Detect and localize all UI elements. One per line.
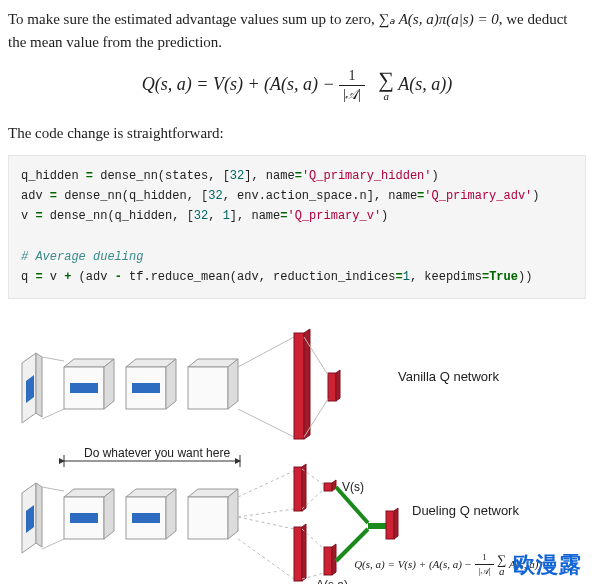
svg-rect-14 (188, 367, 228, 409)
svg-line-17 (238, 409, 294, 437)
middle-annotation: Do whatever you want here (64, 446, 240, 467)
main-equation: Q(s, a) = V(s) + (A(s, a) − 1 |𝒜| ∑ a A(… (8, 69, 586, 102)
intro-text-1: To make sure the estimated advantage val… (8, 11, 379, 27)
vanilla-label: Vanilla Q network (398, 369, 499, 384)
eq-sum: ∑ a (378, 69, 394, 102)
svg-line-45 (238, 517, 294, 529)
svg-line-44 (238, 509, 294, 517)
svg-rect-12 (132, 383, 160, 393)
vanilla-network: Vanilla Q network (22, 329, 499, 439)
svg-marker-15 (228, 359, 238, 409)
intro-paragraph: To make sure the estimated advantage val… (8, 8, 586, 53)
svg-rect-20 (328, 373, 336, 401)
svg-marker-38 (166, 489, 176, 539)
svg-marker-52 (332, 480, 336, 491)
svg-rect-35 (70, 513, 98, 523)
svg-line-3 (42, 357, 64, 361)
svg-rect-59 (386, 511, 394, 539)
svg-marker-50 (302, 524, 306, 581)
svg-marker-28 (36, 483, 42, 547)
middle-label: Do whatever you want here (84, 446, 230, 460)
vs-label: V(s) (342, 480, 364, 494)
architecture-diagram: Vanilla Q network Do whatever you want h… (8, 323, 586, 584)
svg-marker-34 (104, 489, 114, 539)
svg-rect-39 (132, 513, 160, 523)
svg-line-31 (42, 539, 64, 549)
svg-rect-41 (188, 497, 228, 539)
eq-tail: A(s, a)) (398, 74, 452, 94)
code-lead: The code change is straightforward: (8, 122, 586, 145)
svg-line-16 (238, 337, 294, 367)
svg-line-46 (238, 539, 294, 579)
intro-text-3: the mean value from the prediction. (8, 34, 222, 50)
svg-rect-49 (294, 527, 302, 581)
svg-marker-7 (104, 359, 114, 409)
intro-text-2: , we deduct (499, 11, 568, 27)
svg-marker-60 (394, 508, 398, 539)
svg-line-4 (42, 409, 64, 419)
svg-line-30 (42, 487, 64, 491)
watermark: 欧漫露 (513, 550, 582, 580)
svg-marker-21 (336, 370, 340, 401)
svg-marker-42 (228, 489, 238, 539)
svg-rect-18 (294, 333, 304, 439)
svg-rect-53 (324, 547, 332, 575)
as-label: A(s,a) (316, 578, 348, 584)
svg-rect-8 (70, 383, 98, 393)
svg-line-43 (238, 471, 294, 497)
dueling-label: Dueling Q network (412, 503, 519, 518)
eq-fraction: 1 |𝒜| (339, 69, 365, 102)
eq-frac-num: 1 (339, 69, 365, 86)
svg-marker-11 (166, 359, 176, 409)
code-block: q_hidden = dense_nn(states, [32], name='… (8, 155, 586, 299)
eq-frac-den: |𝒜| (339, 86, 365, 102)
eq-lhs: Q(s, a) = V(s) + (A(s, a) − (142, 74, 339, 94)
svg-rect-51 (324, 483, 332, 491)
sigma-icon: ∑ (378, 69, 394, 91)
svg-marker-1 (36, 353, 42, 417)
svg-rect-47 (294, 467, 302, 511)
intro-inline-math: ∑ₐ A(s, a)π(a|s) = 0 (379, 11, 499, 27)
eq-sum-sub: a (378, 91, 394, 102)
